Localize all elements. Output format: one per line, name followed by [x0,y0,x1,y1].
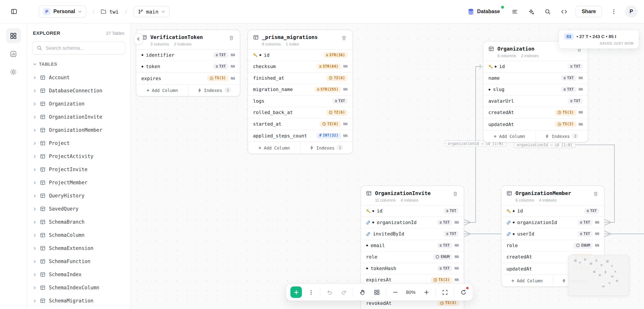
not-null-badge: NN [454,220,459,225]
search-button[interactable] [542,6,554,17]
explorer-table-SchemaBranch[interactable]: SchemaBranch [27,215,130,229]
column-row-role[interactable]: roleENUMNN [502,240,604,252]
delete-table-button[interactable] [452,190,459,197]
not-null-badge: NN [595,243,599,248]
delete-table-button[interactable] [340,34,348,41]
column-row-createdAt[interactable]: createdAtTS(3)NN [484,107,588,119]
column-row-rolled_back_at[interactable]: rolled_back_atTZ(6) [248,107,352,119]
explorer-table-Account[interactable]: Account [27,71,130,84]
explorer-table-OrganizationMember[interactable]: OrganizationMember [27,123,130,137]
sync-button[interactable] [458,287,469,298]
add-table-button[interactable] [290,287,302,298]
explorer-table-SchemaColumn[interactable]: SchemaColumn [27,229,130,242]
zoom-in-button[interactable] [421,287,432,298]
indexes-button[interactable]: Indexes2 [188,84,240,96]
fullscreen-button[interactable] [440,287,450,298]
column-row-name[interactable]: name≡TXTNN [484,72,588,84]
column-row-token[interactable]: ◆token≡TXTNN [136,61,240,73]
toolbar-more-button[interactable] [306,287,316,298]
column-row-id[interactable]: ◆id≡TXT [502,206,604,217]
column-type-badge: TS(3) [431,277,452,283]
explorer-table-Organization[interactable]: Organization [27,97,130,110]
column-row-expires[interactable]: expiresTS(3)NN [136,72,240,84]
explorer-table-QueryHistory[interactable]: QueryHistory [27,189,130,202]
explorer-table-SchemaFunction[interactable]: SchemaFunction [27,255,130,268]
column-type-badge: #INT(32) [317,133,340,139]
user-avatar[interactable]: P [625,5,638,17]
zoom-out-button[interactable] [390,287,400,298]
schema-canvas[interactable]: organizationId → id [1:N] organizationId… [130,23,644,309]
schema-card-Organization[interactable]: Organization6 columns2 indexes◆id≡TXTnam… [483,41,588,142]
indexes-button[interactable]: Indexes2 [536,130,588,142]
rail-schema-tab[interactable] [6,28,21,43]
share-button[interactable]: Share [576,6,602,17]
column-row-id[interactable]: ◆id≡STR(36) [248,49,352,61]
column-row-logs[interactable]: logs≡TXT [248,95,352,107]
header-actions: Database Share P [467,5,638,17]
more-menu-button[interactable] [608,6,620,17]
minimap[interactable] [568,255,629,296]
search-input[interactable] [46,45,121,51]
rail-settings-tab[interactable] [6,64,21,79]
table-card-header[interactable]: VerificationToken3 columns2 indexes [136,30,240,49]
explorer-table-SchemaIndex[interactable]: SchemaIndex [27,268,130,281]
column-row-identifier[interactable]: ◆identifier≡TXTNN [136,49,240,61]
column-row-email[interactable]: ◆email≡TXTNN [361,240,464,252]
tables-section-header[interactable]: TABLES [27,59,130,69]
explorer-table-SchemaExtension[interactable]: SchemaExtension [27,242,130,255]
explorer-table-SchemaMigration[interactable]: SchemaMigration [27,294,130,307]
add-column-button[interactable]: +Add Column [248,142,300,153]
explorer-table-DatabaseConnection[interactable]: DatabaseConnection [27,84,130,97]
explorer-table-ProjectActivity[interactable]: ProjectActivity [27,150,130,163]
database-menu[interactable]: Database [467,8,503,15]
workspace-switcher[interactable]: P Personal [38,5,86,17]
project-breadcrumb[interactable]: twi [101,8,119,14]
rail-queries-tab[interactable] [6,46,21,61]
branch-switcher[interactable]: main [134,6,170,17]
explorer-table-SavedQuery[interactable]: SavedQuery [27,202,130,215]
undo-button[interactable] [324,287,335,298]
schema-card-VerificationToken[interactable]: VerificationToken3 columns2 indexes◆iden… [136,29,240,96]
column-row-updatedAt[interactable]: updatedAtTS(3)NN [484,118,588,130]
explorer-table-Project[interactable]: Project [27,137,130,150]
redo-button[interactable] [338,287,349,298]
add-column-button[interactable]: +Add Column [484,130,536,142]
view-list-button[interactable] [509,6,521,17]
column-row-applied_steps_count[interactable]: applied_steps_count#INT(32)NN [248,130,352,142]
table-card-header[interactable]: _prisma_migrations8 columns1 index [248,30,352,49]
table-icon [40,101,46,107]
column-row-invitedById[interactable]: invitedById≡TXT [361,229,464,240]
column-row-organizationId[interactable]: ◆organizationId≡TXTNN [502,217,604,229]
table-card-header[interactable]: OrganizationMember6 columns4 indexes [502,186,604,205]
ai-assistant-button[interactable] [526,6,537,17]
explorer-table-SchemaIndexColumn[interactable]: SchemaIndexColumn [27,281,130,294]
auto-layout-button[interactable] [371,287,382,298]
add-column-button[interactable]: +Add Column [502,275,553,287]
collapse-explorer-button[interactable] [134,33,143,45]
column-row-id[interactable]: ◆id≡TXT [484,61,588,73]
column-row-id[interactable]: ◆id≡TXT [361,206,464,217]
column-row-finished_at[interactable]: finished_atTZ(6) [248,72,352,84]
table-card-header[interactable]: OrganizationInvite11 columns4 indexes [361,186,464,205]
schema-card-_prisma_migrations[interactable]: _prisma_migrations8 columns1 index◆id≡ST… [248,29,353,154]
column-row-tokenHash[interactable]: ◆tokenHash≡TXTNN [361,263,464,275]
code-view-button[interactable] [558,6,570,17]
schema-search[interactable] [32,41,125,54]
column-row-avatarUrl[interactable]: avatarUrl≡TXT [484,95,588,107]
column-row-migration_name[interactable]: migration_name≡STR(255)NN [248,84,352,96]
indexes-button[interactable]: Indexes1 [300,142,352,153]
delete-table-button[interactable] [592,190,599,197]
sidebar-toggle-button[interactable] [8,6,20,17]
explorer-table-OrganizationInvite[interactable]: OrganizationInvite [27,110,130,123]
column-row-started_at[interactable]: started_atTZ(6)NN [248,118,352,130]
explorer-table-ProjectMember[interactable]: ProjectMember [27,176,130,189]
add-column-button[interactable]: +Add Column [136,84,188,96]
column-row-organizationId[interactable]: ◆organizationId≡TXTNN [361,217,464,229]
explorer-table-ProjectInvite[interactable]: ProjectInvite [27,163,130,176]
column-row-checksum[interactable]: checksum≡STR(64)NN [248,61,352,73]
column-row-slug[interactable]: ◆slug≡TXTNN [484,84,588,96]
column-row-userId[interactable]: ◆userId≡TXTNN [502,229,604,240]
delete-table-button[interactable] [228,34,235,41]
column-row-role[interactable]: roleENUMNN [361,252,464,263]
pan-tool-button[interactable] [357,287,368,298]
